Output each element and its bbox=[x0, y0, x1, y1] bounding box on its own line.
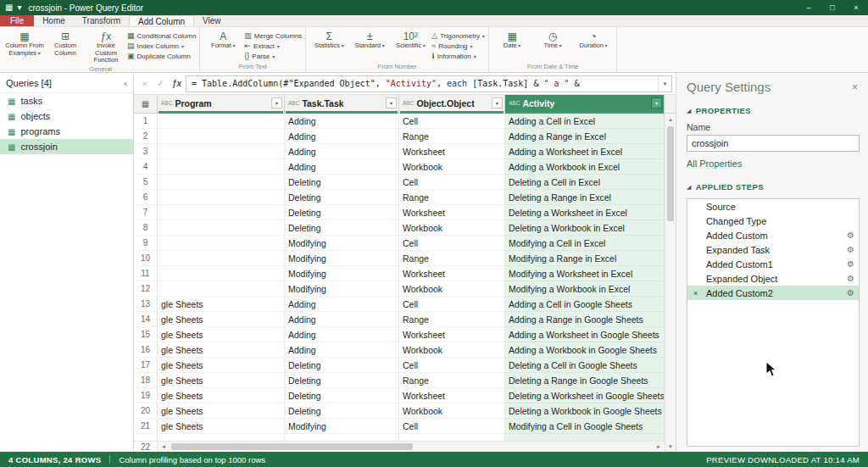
table-cell[interactable] bbox=[158, 144, 285, 159]
row-number[interactable]: 2 bbox=[134, 129, 158, 144]
table-cell[interactable]: Adding a Range in Google Sheets bbox=[505, 312, 665, 327]
formula-expand-icon[interactable]: ▾ bbox=[658, 76, 671, 92]
column-header-activity[interactable]: ABCActivity▾ bbox=[505, 95, 665, 114]
table-cell[interactable]: Modifying bbox=[285, 419, 399, 434]
table-cell[interactable] bbox=[158, 190, 285, 205]
table-cell[interactable]: Adding a Workbook in Excel bbox=[505, 159, 665, 175]
row-number[interactable]: 12 bbox=[134, 281, 158, 297]
scroll-down-icon[interactable]: ▼ bbox=[665, 441, 676, 452]
standard-button[interactable]: ±Standard ▾ bbox=[350, 29, 389, 62]
close-button[interactable]: × bbox=[844, 0, 868, 15]
table-cell[interactable]: Modifying a Cell in Excel bbox=[505, 236, 665, 251]
table-cell[interactable]: Modifying a Worksheet in Excel bbox=[505, 266, 665, 281]
properties-section-header[interactable]: ◢ PROPERTIES bbox=[687, 106, 860, 115]
table-cell[interactable]: gle Sheets bbox=[158, 358, 285, 373]
conditional-column-button[interactable]: ▦Conditional Column bbox=[127, 31, 196, 40]
table-cell[interactable]: Adding bbox=[285, 129, 399, 144]
table-cell[interactable]: Deleting bbox=[285, 358, 399, 373]
table-cell[interactable]: Deleting a Range in Google Sheets bbox=[505, 373, 665, 388]
trigonometry-button[interactable]: △Trigonometry▾ bbox=[431, 31, 485, 40]
filter-button[interactable]: ▾ bbox=[271, 97, 282, 108]
merge-columns-button[interactable]: ▥Merge Columns bbox=[244, 31, 302, 40]
table-cell[interactable]: gle Sheets bbox=[158, 312, 285, 327]
applied-step-added-custom1[interactable]: Added Custom1⚙ bbox=[687, 257, 859, 271]
table-cell[interactable]: Cell bbox=[399, 236, 505, 251]
table-cell[interactable]: Workbook bbox=[399, 159, 505, 175]
table-cell[interactable]: Modifying bbox=[285, 251, 399, 266]
extract-button[interactable]: ⇤Extract▾ bbox=[244, 42, 302, 50]
table-cell[interactable] bbox=[158, 159, 285, 175]
applied-step-source[interactable]: Source bbox=[687, 199, 859, 214]
table-cell[interactable]: Worksheet bbox=[399, 388, 505, 403]
formula-confirm-icon[interactable]: ✓ bbox=[153, 78, 168, 89]
table-cell[interactable]: Cell bbox=[399, 419, 505, 434]
information-button[interactable]: ℹInformation▾ bbox=[431, 52, 485, 60]
table-cell[interactable]: Deleting a Worksheet in Excel bbox=[505, 205, 665, 220]
qat-dropdown-icon[interactable]: ▾ bbox=[17, 3, 21, 12]
table-cell[interactable]: gle Sheets bbox=[158, 419, 285, 434]
table-cell[interactable]: Adding bbox=[285, 297, 399, 312]
table-cell[interactable]: Range bbox=[399, 251, 505, 266]
restore-button[interactable]: □ bbox=[821, 0, 844, 15]
row-number[interactable]: 20 bbox=[134, 403, 158, 419]
query-item-programs[interactable]: ▦programs bbox=[0, 124, 133, 139]
table-cell[interactable]: Range bbox=[399, 373, 505, 388]
table-cell[interactable]: Deleting bbox=[285, 388, 399, 403]
collapse-pane-icon[interactable]: ‹ bbox=[124, 78, 127, 88]
table-cell[interactable]: Modifying bbox=[285, 281, 399, 297]
ribbon-tab-transform[interactable]: Transform bbox=[74, 15, 129, 26]
custom-column-button[interactable]: ⊞Custom Column bbox=[46, 29, 85, 64]
table-cell[interactable]: Adding bbox=[285, 312, 399, 327]
table-cell[interactable]: Worksheet bbox=[399, 327, 505, 342]
row-number[interactable]: 15 bbox=[134, 327, 158, 342]
applied-step-added-custom2[interactable]: ×Added Custom2⚙ bbox=[687, 286, 859, 300]
duration-button[interactable]: ◔Duration ▾ bbox=[574, 29, 613, 62]
date-button[interactable]: ▦Date ▾ bbox=[492, 29, 531, 62]
step-settings-gear-icon[interactable]: ⚙ bbox=[847, 259, 854, 269]
table-cell[interactable]: Deleting bbox=[285, 403, 399, 419]
table-cell[interactable]: Deleting a Range in Excel bbox=[505, 190, 665, 205]
column-header-object-object[interactable]: ABCObject.Object▾ bbox=[399, 95, 505, 114]
table-cell[interactable]: gle Sheets bbox=[158, 297, 285, 312]
rounding-button[interactable]: ≈Rounding▾ bbox=[431, 42, 485, 50]
format-button[interactable]: AFormat ▾ bbox=[203, 29, 242, 62]
all-properties-link[interactable]: All Properties bbox=[687, 158, 860, 169]
table-cell[interactable]: Worksheet bbox=[399, 144, 505, 159]
applied-step-expanded-object[interactable]: Expanded Object⚙ bbox=[687, 271, 859, 286]
applied-step-expanded-task[interactable]: Expanded Task⚙ bbox=[687, 242, 859, 257]
table-cell[interactable]: Modifying a Workbook in Excel bbox=[505, 281, 665, 297]
table-cell[interactable]: Adding a Cell in Google Sheets bbox=[505, 297, 665, 312]
table-cell[interactable]: Deleting bbox=[285, 175, 399, 190]
table-cell[interactable]: Modifying a Cell in Google Sheets bbox=[505, 419, 665, 434]
table-cell[interactable]: Worksheet bbox=[399, 266, 505, 281]
table-cell[interactable]: Modifying bbox=[285, 266, 399, 281]
table-cell[interactable]: gle Sheets bbox=[158, 342, 285, 358]
table-cell[interactable]: Workbook bbox=[399, 403, 505, 419]
table-cell[interactable]: Workbook bbox=[399, 342, 505, 358]
table-cell[interactable]: Modifying a Range in Excel bbox=[505, 251, 665, 266]
filter-button[interactable]: ▾ bbox=[492, 97, 503, 108]
table-cell[interactable]: Deleting bbox=[285, 220, 399, 236]
table-cell[interactable]: Adding a Cell in Excel bbox=[505, 114, 665, 129]
table-cell[interactable]: Deleting a Cell in Excel bbox=[505, 175, 665, 190]
horizontal-scrollbar[interactable]: 22 ◄ ► bbox=[134, 441, 665, 452]
select-all-corner[interactable]: ▦ bbox=[134, 95, 158, 114]
row-number[interactable]: 16 bbox=[134, 342, 158, 358]
query-item-objects[interactable]: ▦objects bbox=[0, 108, 133, 124]
row-number[interactable]: 8 bbox=[134, 220, 158, 236]
row-number[interactable]: 17 bbox=[134, 358, 158, 373]
table-cell[interactable]: Deleting a Workbook in Google Sheets bbox=[505, 403, 665, 419]
table-cell[interactable]: Workbook bbox=[399, 220, 505, 236]
ribbon-tab-home[interactable]: Home bbox=[34, 15, 74, 26]
invoke-custom-function-button[interactable]: ƒxInvoke Custom Function bbox=[86, 29, 125, 64]
scientific-button[interactable]: 10²Scientific ▾ bbox=[391, 29, 430, 62]
row-number[interactable]: 7 bbox=[134, 205, 158, 220]
row-number[interactable]: 1 bbox=[134, 114, 158, 129]
row-number[interactable]: 19 bbox=[134, 388, 158, 403]
step-settings-gear-icon[interactable]: ⚙ bbox=[847, 231, 854, 240]
table-cell[interactable]: Deleting bbox=[285, 373, 399, 388]
column-header-task-task[interactable]: ABCTask.Task▾ bbox=[285, 95, 399, 114]
ribbon-tab-view[interactable]: View bbox=[194, 15, 230, 26]
row-number[interactable]: 11 bbox=[134, 266, 158, 281]
query-name-input[interactable] bbox=[687, 135, 860, 152]
